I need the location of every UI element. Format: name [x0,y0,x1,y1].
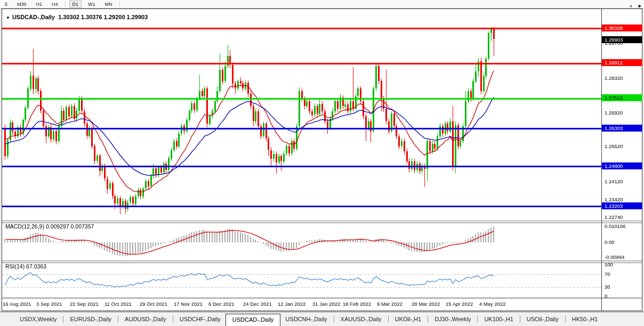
date-axis-label: 12 Jan 2022 [278,301,305,307]
rsi-value: 67.0363 [26,263,46,270]
price-axis-tick: 1.23420 [605,197,623,202]
symbol-tab-usdcad-daily[interactable]: USDCAD-,Daily [226,314,281,326]
tab-divider [118,316,118,323]
symbol-tab-ukoil-h1[interactable]: UKOil-,H1 [390,314,426,324]
price-axis-tick: 1.22740 [605,214,623,220]
macd-values: 0.009297 0.007357 [46,223,94,230]
rsi-axis-tick: 100 [605,262,613,267]
symbol-tab-usdx-weekly[interactable]: USDX,Weekly [15,314,61,324]
price-level-badge: 1.28912 [602,59,642,66]
date-axis-label: 24 Dec 2021 [243,301,272,307]
ohlc-values: 1.30302 1.30376 1.29200 1.29903 [58,14,148,20]
rsi-pane-bottom-border [2,298,642,298]
symbol-tab-eurusd-daily[interactable]: EURUSD-,Daily [65,314,116,324]
tab-scroll-right-icon[interactable]: ► [638,3,642,9]
price-axis-tick: 1.24120 [605,178,623,184]
symbol-tab-uk100-h1[interactable]: UK100-,H1 [479,314,518,324]
date-axis-label: 31 Jan 2022 [312,301,340,307]
macd-axis-tick: 0.00 [605,239,615,245]
date-axis-label: 29 Oct 2021 [140,301,167,307]
tab-divider [477,316,478,323]
date-axis-label: 11 Oct 2021 [104,301,132,307]
symbol-tab-usoil-daily[interactable]: USOil-,Daily [522,314,564,324]
macd-label: MACD(12,26,9) [5,223,44,230]
rsi-indicator-label: RSI(14) 67.0363 [5,263,46,270]
date-axis-label: 6 Dec 2021 [208,301,235,307]
tab-divider [63,316,63,323]
main-macd-splitter[interactable] [2,221,642,223]
date-axis-label: 9 Mar 2022 [377,301,402,307]
price-axis-tick: 1.26920 [605,110,623,116]
price-level-badge: 1.24800 [602,162,642,169]
symbol-tab-hk50-h1[interactable]: HK50-,H1 [567,314,602,324]
price-axis-separator [601,9,602,311]
symbol-period-label: USDCAD-,Daily [12,14,55,20]
macd-indicator-label: MACD(12,26,9) 0.009297 0.007357 [5,223,94,230]
date-axis-label: 4 May 2022 [479,301,506,307]
rsi-axis-tick: 0 [605,293,607,299]
date-axis-label: 22 Sep 2021 [70,301,99,307]
mt4-terminal: { "toolbar": { "timeframes": ["5","M30",… [0,0,644,326]
symbol-tab-bar: USDX,WeeklyEURUSD-,DailyAUDUSD-,DailyUSD… [0,312,644,326]
tab-divider [520,316,520,323]
date-axis-label: 16 Aug 2021 [3,301,31,307]
date-axis-label: 28 Mar 2022 [412,301,440,307]
tab-divider [388,316,389,323]
price-level-badge: 1.23203 [602,202,642,209]
date-axis-label: 15 Apr 2022 [446,301,473,307]
price-axis-tick: 1.28320 [605,75,623,81]
symbol-tab-audusd-daily[interactable]: AUDUSD-,Daily [120,314,171,324]
price-level-badge: 1.27515 [602,94,642,101]
tab-divider [334,316,334,323]
symbol-tab-dj30-weekly[interactable]: DJ30-,Weekly [430,314,476,324]
macd-rsi-splitter[interactable] [2,260,642,263]
macd-axis-tick: -0.00894 [605,254,625,260]
tab-scroll-left-icon[interactable]: ◄ [628,3,633,9]
chart-canvas[interactable] [0,0,644,326]
price-axis-tick: 1.25520 [605,143,623,149]
price-level-badge: 1.29903 [602,36,642,43]
rsi-axis-tick: 70 [605,271,610,277]
price-level-badge: 1.26303 [602,125,642,132]
symbol-ohlc-header: ▼USDCAD-,Daily 1.30302 1.30376 1.29200 1… [6,14,148,20]
chevron-down-icon[interactable]: ▼ [6,15,10,20]
symbol-tab-usdcnh-daily[interactable]: USDCNH-,Daily [280,314,332,324]
macd-axis-tick: 0.010166 [605,223,626,229]
symbol-tab-xauusd-daily[interactable]: XAUUSD-,Daily [336,314,387,324]
symbol-tab-usdchf-daily[interactable]: USDCHF-,Daily [175,314,226,324]
tab-divider [565,316,566,323]
tab-divider [428,316,428,323]
price-level-badge: 1.30328 [602,25,642,31]
date-axis-label: 18 Feb 2022 [343,301,371,307]
tab-divider [173,316,173,323]
rsi-label: RSI(14) [5,263,25,270]
date-axis-label: 17 Nov 2021 [174,301,203,307]
rsi-axis-tick: 30 [605,284,610,290]
date-axis-label: 3 Sep 2021 [36,301,62,307]
